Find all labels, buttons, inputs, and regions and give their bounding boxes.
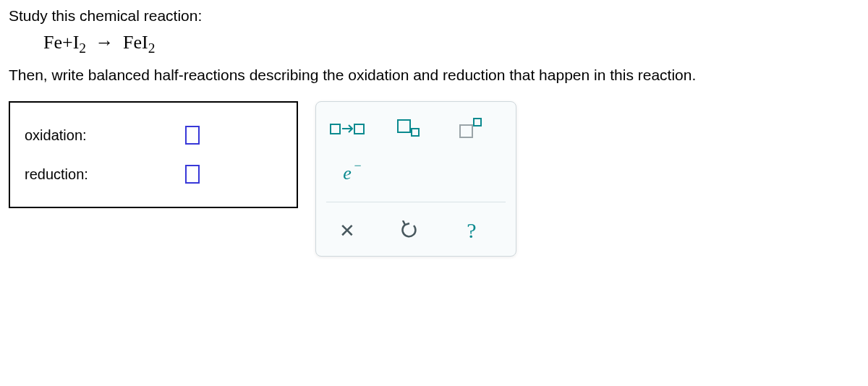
- svg-rect-0: [331, 124, 340, 134]
- svg-rect-5: [460, 125, 472, 137]
- undo-icon: [399, 220, 420, 241]
- oxidation-label: oxidation:: [25, 127, 87, 144]
- yields-icon: [329, 120, 365, 137]
- help-button[interactable]: ?: [451, 213, 493, 248]
- superscript-icon: [457, 117, 486, 140]
- symbol-palette: e− ✕ ?: [315, 101, 516, 257]
- product-sub: 2: [148, 40, 156, 56]
- palette-row-controls: ✕ ?: [326, 213, 506, 249]
- svg-rect-2: [354, 124, 364, 134]
- palette-row-1: [326, 111, 506, 147]
- svg-rect-4: [412, 129, 419, 136]
- reaction-arrow: →: [95, 32, 114, 53]
- plus-sign: +: [62, 32, 73, 53]
- svg-rect-6: [474, 119, 481, 126]
- instruction-text: Then, write balanced half-reactions desc…: [9, 67, 859, 84]
- prompt-text: Study this chemical reaction:: [9, 7, 859, 25]
- electron-icon: e−: [343, 163, 352, 184]
- oxidation-row: oxidation:: [25, 116, 279, 155]
- work-area: oxidation: reduction:: [9, 101, 859, 257]
- subscript-icon: [395, 117, 424, 140]
- undo-button[interactable]: [388, 213, 430, 248]
- close-icon: ✕: [339, 220, 355, 242]
- reduction-label: reduction:: [25, 166, 88, 183]
- reduction-row: reduction:: [25, 155, 279, 194]
- oxidation-input[interactable]: [185, 126, 200, 145]
- subscript-button[interactable]: [388, 111, 430, 146]
- palette-separator: [326, 202, 506, 202]
- reduction-input[interactable]: [185, 165, 200, 184]
- help-icon: ?: [467, 218, 476, 243]
- clear-button[interactable]: ✕: [326, 213, 368, 248]
- product-fei: FeI: [123, 32, 148, 53]
- palette-row-2: e−: [326, 155, 506, 192]
- electron-button[interactable]: e−: [326, 156, 368, 191]
- svg-rect-3: [398, 120, 410, 132]
- superscript-button[interactable]: [451, 111, 493, 146]
- answer-box: oxidation: reduction:: [9, 101, 298, 208]
- reactant-i-sub: 2: [79, 40, 86, 56]
- yields-arrow-button[interactable]: [326, 111, 368, 146]
- chemical-equation: Fe+I2 → FeI2: [43, 32, 859, 56]
- reactant-fe: Fe: [43, 32, 62, 53]
